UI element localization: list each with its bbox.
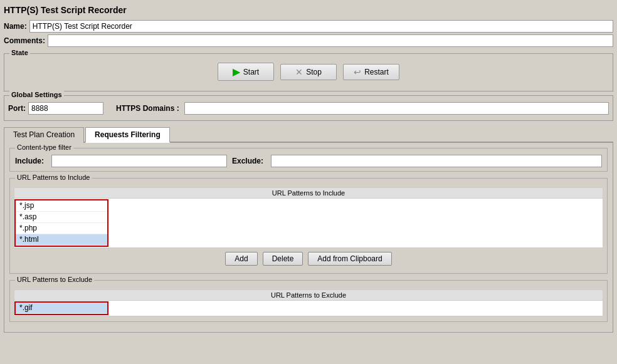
start-label: Start [243, 68, 259, 76]
include-exclude-row: Include: Exclude: [15, 155, 602, 167]
list-item-value: *.asp [19, 212, 36, 221]
exclude-input[interactable] [271, 155, 602, 167]
global-settings-label: Global Settings [9, 91, 64, 98]
list-item[interactable]: *.asp [16, 212, 107, 223]
delete-button[interactable]: Delete [263, 252, 303, 266]
stop-icon: ✕ [295, 67, 303, 77]
tab-requests-filtering-label: Requests Filtering [95, 130, 161, 139]
url-patterns-include-label: URL Patterns to Include [15, 174, 92, 181]
add-from-clipboard-button[interactable]: Add from Clipboard [308, 252, 391, 266]
content-type-label: Content-type filter [15, 143, 73, 151]
list-item[interactable]: *.php [16, 223, 107, 234]
start-button[interactable]: ▶ Start [218, 63, 274, 81]
global-settings-row: Port: HTTPS Domains : [8, 102, 609, 115]
state-buttons: ▶ Start ✕ Stop ↩ Restart [8, 56, 609, 87]
list-item-value: *.html [19, 235, 39, 244]
include-label: Include: [15, 157, 44, 165]
page-title: HTTP(S) Test Script Recorder [4, 4, 613, 16]
url-patterns-include-section: URL Patterns to Include URL Patterns to … [9, 178, 608, 274]
name-input[interactable] [29, 20, 613, 33]
url-patterns-exclude-section: URL Patterns to Exclude URL Patterns to … [9, 280, 608, 322]
comments-input[interactable] [48, 34, 613, 47]
url-include-header: URL Patterns to Include [14, 188, 603, 199]
tab-content: Content-type filter Include: Exclude: UR… [4, 143, 613, 333]
tab-test-plan-creation[interactable]: Test Plan Creation [4, 127, 84, 143]
https-domains-label: HTTPS Domains : [116, 104, 179, 113]
comments-label: Comments: [4, 36, 45, 45]
list-item-value: *.gif [19, 303, 33, 312]
restart-label: Restart [364, 68, 389, 76]
stop-label: Stop [306, 68, 322, 76]
url-include-buttons: Add Delete Add from Clipboard [14, 252, 603, 266]
name-row: Name: [4, 20, 613, 33]
list-item[interactable]: *.jsp [16, 200, 107, 212]
list-item-value: *.jsp [19, 201, 34, 210]
comments-row: Comments: [4, 34, 613, 47]
content-type-filter-section: Content-type filter Include: Exclude: [9, 148, 608, 172]
add-button[interactable]: Add [225, 252, 257, 266]
restart-button[interactable]: ↩ Restart [343, 64, 399, 80]
restart-icon: ↩ [354, 67, 361, 77]
tabs-container: Test Plan Creation Requests Filtering [4, 126, 613, 143]
port-input[interactable] [28, 102, 103, 115]
https-domains-input[interactable] [184, 102, 609, 115]
name-label: Name: [4, 22, 27, 31]
include-input[interactable] [51, 155, 227, 167]
list-item[interactable]: *.html [16, 234, 107, 246]
state-label: State [9, 49, 30, 56]
play-icon: ▶ [233, 66, 240, 78]
port-label: Port: [8, 104, 26, 113]
main-container: HTTP(S) Test Script Recorder Name: Comme… [0, 0, 617, 336]
url-exclude-items: *.gif [14, 301, 603, 316]
list-item-value: *.php [19, 224, 37, 232]
url-include-items: *.jsp *.asp *.php *.html [14, 199, 603, 247]
url-exclude-table: URL Patterns to Exclude *.gif [14, 289, 603, 316]
state-group: State ▶ Start ✕ Stop ↩ Restart [4, 53, 613, 91]
tab-requests-filtering[interactable]: Requests Filtering [85, 127, 170, 143]
url-include-table: URL Patterns to Include *.jsp *.asp *.ph… [14, 187, 603, 248]
exclude-label: Exclude: [232, 157, 263, 165]
url-patterns-exclude-label: URL Patterns to Exclude [15, 276, 94, 283]
tab-test-plan-creation-label: Test Plan Creation [13, 130, 75, 139]
global-settings-group: Global Settings Port: HTTPS Domains : [4, 95, 613, 121]
stop-button[interactable]: ✕ Stop [280, 64, 337, 80]
url-exclude-header: URL Patterns to Exclude [14, 290, 603, 301]
list-item[interactable]: *.gif [16, 303, 107, 314]
